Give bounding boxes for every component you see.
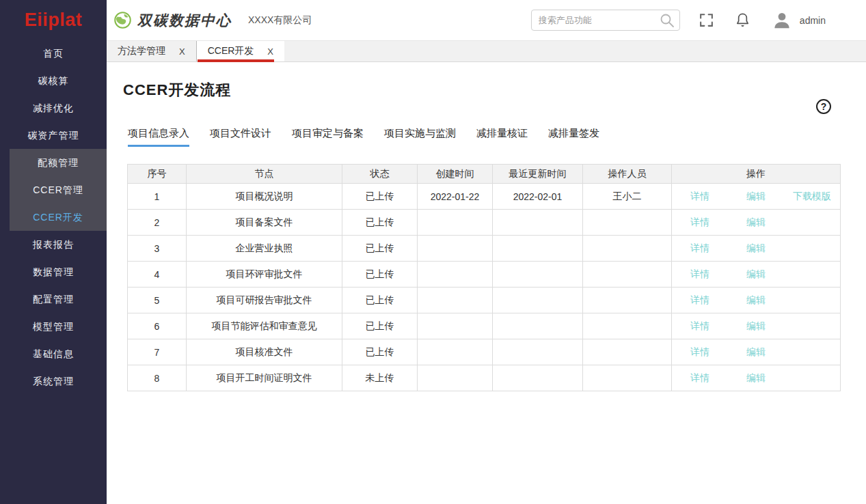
action-detail[interactable]: 详情 [672,372,728,384]
action-detail[interactable]: 详情 [672,346,728,359]
cell-status: 已上传 [342,288,418,313]
table-header-row: 序号节点状态创建时间最近更新时间操作人员操作 [128,165,841,184]
avatar[interactable] [772,10,792,31]
sidebar-submenu: 配额管理CCER管理CCER开发 [10,149,107,231]
subtab-bar: 项目信息录入项目文件设计项目审定与备案项目实施与监测减排量核证减排量签发 [128,127,866,147]
action-detail[interactable]: 详情 [672,216,728,229]
search-input[interactable] [532,10,679,30]
column-header: 状态 [342,165,418,184]
sidebar-item-6[interactable]: CCER开发 [10,204,107,231]
action-edit[interactable]: 编辑 [728,372,784,384]
cell-updated [493,210,583,236]
subtab-0[interactable]: 项目信息录入 [128,127,189,147]
window-tab-label: CCER开发 [208,45,254,57]
action-edit[interactable]: 编辑 [728,191,784,203]
action-detail[interactable]: 详情 [672,191,728,203]
cell-created [418,262,493,288]
cell-created [418,365,493,391]
cell-index: 7 [128,339,187,365]
cell-operator [583,236,672,262]
sidebar-item-0[interactable]: 首页 [0,40,107,67]
cell-updated [493,313,583,339]
window-tab-bar: 方法学管理XCCER开发X [107,41,866,62]
action-edit[interactable]: 编辑 [728,268,784,281]
sidebar-item-5[interactable]: CCER管理 [10,176,107,204]
sidebar-item-7[interactable]: 报表报告 [0,231,107,258]
column-header: 序号 [128,165,187,184]
subtab-5[interactable]: 减排量签发 [548,127,599,147]
cell-status: 已上传 [342,339,418,365]
cell-actions: 详情编辑下载模版 [672,184,841,210]
cell-node: 项目开工时间证明文件 [187,365,342,391]
sidebar-item-9[interactable]: 配置管理 [0,285,107,313]
cell-updated [493,262,583,288]
search-icon[interactable] [659,12,675,29]
sidebar-item-3[interactable]: 碳资产管理 [0,122,107,149]
help-icon[interactable]: ? [816,99,831,114]
table-row: 3企业营业执照已上传详情编辑 [128,236,841,262]
tab-close-icon[interactable]: X [267,46,273,57]
username-label: admin [800,15,826,26]
sidebar-item-12[interactable]: 系统管理 [0,367,107,395]
cell-node: 项目可研报告审批文件 [187,288,342,313]
bell-icon[interactable] [734,12,751,29]
sidebar-item-8[interactable]: 数据管理 [0,258,107,285]
cell-created [418,339,493,365]
top-header: 双碳数据中心 XXXX有限公司 admin [107,0,866,41]
action-edit[interactable]: 编辑 [728,320,784,333]
cell-operator [583,365,672,391]
cell-status: 已上传 [342,262,418,288]
action-edit[interactable]: 编辑 [728,294,784,307]
cell-actions: 详情编辑 [672,313,841,339]
cell-operator [583,210,672,236]
cell-status: 未上传 [342,365,418,391]
table-row: 2项目备案文件已上传详情编辑 [128,210,841,236]
cell-updated [493,339,583,365]
cell-actions: 详情编辑 [672,210,841,236]
cell-node: 项目备案文件 [187,210,342,236]
action-detail[interactable]: 详情 [672,242,728,255]
subtab-2[interactable]: 项目审定与备案 [292,127,364,147]
table-row: 8项目开工时间证明文件未上传详情编辑 [128,365,841,391]
fullscreen-icon[interactable] [698,12,715,29]
subtab-3[interactable]: 项目实施与监测 [384,127,456,147]
sidebar-item-11[interactable]: 基础信息 [0,340,107,367]
title-row: CCER开发流程 ? [107,80,866,100]
subtab-1[interactable]: 项目文件设计 [210,127,271,147]
sidebar-item-10[interactable]: 模型管理 [0,313,107,340]
cell-status: 已上传 [342,184,418,210]
cell-index: 4 [128,262,187,288]
action-edit[interactable]: 编辑 [728,216,784,229]
active-tab-underline [198,59,274,62]
brand-logo: Eiiplat [0,0,107,40]
action-edit[interactable]: 编辑 [728,242,784,255]
sidebar-item-1[interactable]: 碳核算 [0,67,107,94]
sidebar-item-2[interactable]: 减排优化 [0,94,107,122]
sidebar-item-4[interactable]: 配额管理 [10,149,107,176]
table-row: 7项目核准文件已上传详情编辑 [128,339,841,365]
process-table: 序号节点状态创建时间最近更新时间操作人员操作 1项目概况说明已上传2022-01… [127,164,841,391]
cell-actions: 详情编辑 [672,365,841,391]
sidebar: Eiiplat 首页碳核算减排优化碳资产管理配额管理CCER管理CCER开发报表… [0,0,107,504]
cell-updated [493,236,583,262]
cell-updated: 2022-02-01 [493,184,583,210]
table-row: 1项目概况说明已上传2022-01-222022-02-01王小二详情编辑下载模… [128,184,841,210]
window-tab-0[interactable]: 方法学管理X [107,41,196,61]
cell-node: 项目环评审批文件 [187,262,342,288]
cell-operator [583,339,672,365]
subtab-4[interactable]: 减排量核证 [476,127,528,147]
tab-close-icon[interactable]: X [179,46,185,57]
window-tab-1[interactable]: CCER开发X [196,41,284,61]
action-download-template[interactable]: 下载模版 [784,191,840,203]
cell-updated [493,288,583,313]
action-detail[interactable]: 详情 [672,320,728,333]
action-detail[interactable]: 详情 [672,268,728,281]
column-header: 操作 [672,165,841,184]
action-edit[interactable]: 编辑 [728,346,784,359]
globe-icon [113,11,132,29]
search-box [531,10,680,31]
cell-index: 8 [128,365,187,391]
action-detail[interactable]: 详情 [672,294,728,307]
cell-created [418,288,493,313]
column-header: 最近更新时间 [493,165,583,184]
